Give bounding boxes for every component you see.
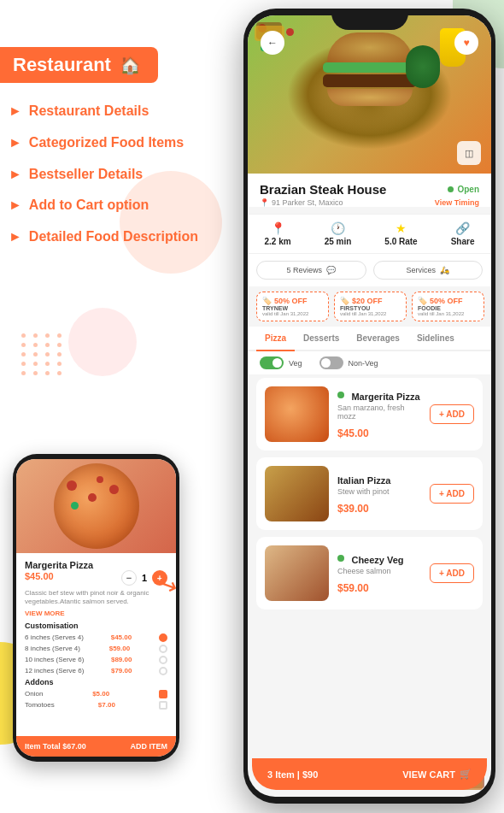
feature-item-detailed-food: ► Detailed Food Description: [9, 228, 198, 246]
sp-footer[interactable]: Item Total $67.00 ADD ITEM: [16, 736, 176, 757]
sp-size-radio-3[interactable]: [159, 667, 167, 675]
sp-size-radio-2[interactable]: [159, 656, 167, 664]
sp-qty-number: 1: [142, 573, 147, 583]
gallery-button[interactable]: ◫: [457, 141, 481, 165]
sp-size-label-3: 12 inches (Serve 6): [25, 667, 84, 675]
sp-view-more[interactable]: VIEW MORE: [25, 610, 167, 617]
view-timing-link[interactable]: View Timing: [435, 198, 479, 207]
services-label: Services: [406, 266, 436, 274]
reviews-chip[interactable]: 5 Reviews 💬: [256, 261, 366, 280]
reviews-row: 5 Reviews 💬 Services 🛵: [248, 254, 491, 286]
food-img-1: [265, 466, 329, 521]
sp-addon-check-1[interactable]: [159, 701, 167, 710]
coupons-row: 🏷️50% OFF TRYNEW valid till Jan 31,2022 …: [248, 286, 491, 327]
stat-share[interactable]: 🔗 Share: [451, 221, 475, 246]
main-phone-screen: ← ♥ ◫ Brazian Steak House Open 📍 91 Park…: [248, 15, 491, 797]
feature-label-1: Categorized Food Items: [29, 134, 184, 152]
coupon-code-1: FIRSTYOU: [340, 305, 401, 311]
sp-add-item-btn[interactable]: ADD ITEM: [131, 742, 168, 751]
food-card-1: Italian Pizza Stew with pinot $39.00 + A…: [256, 457, 483, 530]
add-btn-2[interactable]: + ADD: [430, 563, 474, 583]
food-details-2: Cheezy Veg Cheese salmon $59.00: [337, 551, 421, 595]
sp-pizza-circle: [54, 463, 139, 549]
coupon-1[interactable]: 🏷️$20 OFF FIRSTYOU valid till Jan 31,202…: [334, 292, 407, 321]
reviews-icon: 💬: [326, 266, 336, 274]
coupon-valid-0: valid till Jan 31,2022: [262, 311, 323, 316]
time-icon: 🕐: [331, 221, 345, 235]
sp-size-radio-1[interactable]: [159, 645, 167, 653]
star-icon: ★: [396, 221, 407, 235]
coupon-valid-1: valid till Jan 31,2022: [340, 311, 401, 316]
sp-addon-label-1: Tomotoes: [25, 701, 55, 709]
food-desc-2: Cheese salmon: [337, 567, 421, 575]
tab-desserts[interactable]: Desserts: [295, 327, 348, 350]
address-row: 📍 91 Parker St, Maxico View Timing: [260, 198, 479, 207]
feature-item-add-to-cart: ► Add to Cart option: [9, 197, 198, 215]
coupon-0[interactable]: 🏷️50% OFF TRYNEW valid till Jan 31,2022: [256, 292, 329, 321]
burger-patty: [323, 74, 417, 87]
app-banner: Restaurant 🏠: [0, 47, 158, 83]
sp-size-label-2: 10 inches (Serve 6): [25, 656, 84, 663]
coupon-pct-2: 🏷️50% OFF: [418, 297, 478, 305]
sp-addon-price-0: $5.00: [92, 690, 109, 698]
nonveg-label: Non-Veg: [349, 359, 378, 368]
view-cart-button[interactable]: VIEW CART 🛒: [402, 769, 472, 780]
food-price-2: $59.00: [337, 582, 369, 594]
services-icon: 🛵: [440, 266, 449, 274]
add-btn-0[interactable]: + ADD: [430, 404, 474, 424]
favorite-button[interactable]: ♥: [454, 31, 478, 55]
cheezy-visual: [265, 545, 329, 601]
arrow-icon-3: ►: [9, 197, 22, 213]
sp-size-row-3[interactable]: 12 inches (Serve 6) $79.00: [25, 667, 167, 675]
veg-toggle-item[interactable]: Veg: [260, 356, 302, 369]
pizza-visual: [265, 386, 329, 442]
services-chip[interactable]: Services 🛵: [373, 261, 483, 280]
italian-visual: [265, 466, 329, 521]
share-icon: 🔗: [455, 221, 470, 235]
sp-size-label-0: 6 inches (Serves 4): [25, 633, 84, 641]
feature-item-restaurant-details: ► Restaurant Details: [9, 103, 198, 121]
cart-bar[interactable]: 3 Item | $90 VIEW CART 🛒: [252, 758, 487, 790]
sp-addon-check-0[interactable]: [159, 690, 167, 698]
nonveg-toggle-item[interactable]: Non-Veg: [319, 356, 378, 369]
cart-items-count: 3 Item | $90: [267, 769, 318, 780]
arrow-icon-0: ►: [9, 103, 22, 119]
nonveg-toggle-switch[interactable]: [319, 356, 343, 369]
food-card-0: Margerita Pizza San marzano, fresh mozz …: [256, 378, 483, 451]
sp-size-price-1: $59.00: [109, 645, 130, 652]
sp-item-total: Item Total $67.00: [25, 742, 86, 751]
arrow-icon-4: ►: [9, 229, 22, 244]
small-phone-mockup: Margerita Pizza $45.00 − 1 + Classic bef…: [13, 454, 179, 762]
sp-addon-row-0[interactable]: Onion $5.00: [25, 690, 167, 698]
sp-addon-row-1[interactable]: Tomotoes $7.00: [25, 701, 167, 710]
sp-size-row-2[interactable]: 10 inches (Serve 6) $89.00: [25, 656, 167, 664]
feature-list: ► Restaurant Details ► Categorized Food …: [9, 103, 198, 260]
restaurant-icon: 🏠: [120, 55, 141, 75]
location-icon: 📍: [260, 198, 269, 207]
back-button[interactable]: ←: [261, 31, 284, 55]
sp-size-row-1[interactable]: 8 inches (Serve 4) $59.00: [25, 645, 167, 653]
tab-beverages[interactable]: Beverages: [348, 327, 408, 350]
veg-toggle-row: Veg Non-Veg: [248, 351, 491, 374]
feature-item-categorized-food: ► Categorized Food Items: [9, 134, 198, 152]
tab-pizza[interactable]: Pizza: [256, 327, 295, 350]
phone-notch: [331, 9, 408, 30]
location-stat-icon: 📍: [271, 221, 285, 235]
stat-rating: ★ 5.0 Rate: [384, 221, 417, 246]
veg-toggle-switch[interactable]: [260, 356, 284, 369]
sp-qty-minus-btn[interactable]: −: [121, 570, 137, 586]
hero-greens: [406, 45, 440, 88]
sp-food-price: $45.00: [25, 571, 54, 581]
add-btn-1[interactable]: + ADD: [430, 484, 474, 504]
coupon-2[interactable]: 🏷️50% OFF FOODIE valid till Jan 31,2022: [412, 292, 484, 321]
left-panel: Restaurant 🏠 ► Restaurant Details ► Cate…: [0, 0, 231, 813]
sp-size-radio-0[interactable]: [159, 633, 167, 642]
sp-size-row-0[interactable]: 6 inches (Serves 4) $45.00: [25, 633, 167, 642]
tab-sidelines[interactable]: Sidelines: [408, 327, 463, 350]
app-title: Restaurant: [13, 54, 111, 76]
coupon-code-0: TRYNEW: [262, 305, 323, 311]
coupon-pct-0: 🏷️50% OFF: [262, 297, 323, 305]
food-price-1: $39.00: [337, 503, 369, 515]
sp-size-price-2: $89.00: [111, 656, 132, 663]
coupon-pct-1: 🏷️$20 OFF: [340, 297, 401, 305]
